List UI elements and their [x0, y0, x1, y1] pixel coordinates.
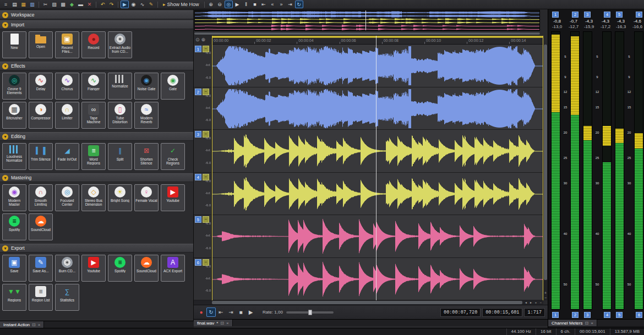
action-acx-export[interactable]: AACX Export: [161, 255, 185, 282]
vertical-scrollbar[interactable]: + −: [543, 45, 548, 300]
zoom-out-time-icon[interactable]: −: [538, 300, 543, 305]
undo-icon[interactable]: ↶: [99, 1, 107, 8]
tab-channel-meters[interactable]: Channel Meters ⊡ ×: [548, 320, 597, 326]
action-modern-reverb[interactable]: ≈Modern Reverb: [134, 102, 159, 129]
channel-minimize-button-5[interactable]: −: [203, 216, 209, 223]
collapse-chevron-icon[interactable]: ▾: [2, 134, 8, 140]
delete-icon[interactable]: ✕: [85, 1, 94, 8]
scroll-left-icon[interactable]: ◂: [523, 300, 528, 305]
action-gate[interactable]: ◉Gate: [161, 73, 185, 100]
action-bright-song[interactable]: ☀Bright Song: [108, 184, 132, 211]
channel-chip-bottom-3[interactable]: 3: [584, 312, 591, 318]
waveform-channel-3[interactable]: [212, 130, 543, 172]
action-normalize[interactable]: Normalize: [108, 73, 132, 100]
redo-icon[interactable]: ↷: [107, 1, 116, 8]
channel-minimize-button-4[interactable]: −: [203, 174, 209, 180]
action-ozone-9-elements[interactable]: ◎Ozone 9 Elements: [2, 73, 26, 100]
zoom-selection-icon[interactable]: ◎: [225, 1, 233, 8]
channel-minimize-button-2[interactable]: −: [203, 89, 209, 95]
pencil-tool-icon[interactable]: ✎: [147, 1, 155, 8]
section-header-editing[interactable]: ▾Editing: [0, 132, 193, 141]
loop-playback-icon[interactable]: ↻: [295, 1, 303, 8]
action-bitcrusher[interactable]: ▦Bitcrusher: [2, 102, 26, 129]
action-smooth-limiting[interactable]: ∩Smooth Limiting: [29, 184, 53, 211]
channel-select-chip-4[interactable]: 4: [604, 12, 610, 18]
paste-icon[interactable]: ▩: [59, 1, 67, 8]
channel-chip-bottom-1[interactable]: 1: [552, 312, 559, 318]
menu-icon[interactable]: ≡: [2, 1, 10, 8]
action-focused-center[interactable]: ◎Focused Center: [55, 184, 79, 211]
playback-rate-slider[interactable]: [286, 311, 334, 314]
rate-slider-handle[interactable]: [308, 310, 312, 315]
float-window-icon[interactable]: ⊡: [220, 321, 224, 326]
vertical-scrollbar-thumb[interactable]: [544, 45, 547, 280]
action-record[interactable]: ●Record: [81, 31, 106, 58]
action-delay[interactable]: ∿Delay: [29, 73, 53, 100]
waveform-channel-4[interactable]: [212, 173, 543, 215]
channel-chip-bottom-2[interactable]: 2: [572, 312, 578, 318]
collapse-chevron-icon[interactable]: ▾: [2, 245, 8, 251]
channel-number-badge-6[interactable]: 6: [195, 259, 201, 266]
action-fade-in-out[interactable]: ◢Fade In/Out: [55, 143, 79, 170]
action-save[interactable]: ▣Save: [2, 255, 26, 282]
edit-tool-icon[interactable]: ▶: [121, 1, 129, 8]
open-file-icon[interactable]: ▦: [19, 1, 28, 8]
channel-minimize-button-3[interactable]: −: [203, 131, 209, 138]
section-header-mastering[interactable]: ▾Mastering: [0, 173, 193, 182]
channel-number-badge-4[interactable]: 4: [195, 174, 201, 180]
collapse-chevron-icon[interactable]: ▾: [2, 175, 8, 181]
action-limiter[interactable]: ∩Limiter: [55, 102, 79, 129]
action-spotify[interactable]: ≡Spotify: [108, 255, 132, 282]
action-shorten-silence[interactable]: ⊠Shorten Silence: [134, 143, 159, 170]
section-header-export[interactable]: ▾Export: [0, 244, 193, 252]
channel-select-chip-1[interactable]: 1: [552, 12, 559, 18]
rewind-icon[interactable]: «: [269, 1, 277, 8]
forward-icon[interactable]: »: [277, 1, 286, 8]
action-flanger[interactable]: ∿Flanger: [81, 73, 106, 100]
action-trim-silence[interactable]: ▍▐Trim Silence: [29, 143, 53, 170]
loop-playback-icon[interactable]: ↻: [206, 307, 216, 317]
action-split[interactable]: ∥Split: [108, 143, 132, 170]
file-overview-strip[interactable]: [194, 10, 540, 31]
go-to-end-icon[interactable]: ⇥: [226, 307, 236, 317]
waveform-channel-1[interactable]: [212, 45, 543, 86]
stop-icon[interactable]: ■: [236, 307, 245, 317]
channel-chip-bottom-4[interactable]: 4: [604, 312, 610, 318]
horizontal-scrollbar-thumb[interactable]: [212, 301, 522, 304]
action-open[interactable]: Open: [29, 31, 53, 58]
stop-icon[interactable]: ■: [251, 1, 259, 8]
action-noise-gate[interactable]: ◉Noise Gate: [134, 73, 159, 100]
channel-chip-bottom-5[interactable]: 5: [616, 312, 623, 318]
zoom-in-time-icon[interactable]: +: [533, 300, 538, 305]
collapse-chevron-icon[interactable]: ▾: [2, 63, 8, 69]
show-me-how-button[interactable]: ▸Show Me How: [160, 1, 202, 8]
action-stereo-bus-dimension[interactable]: ◇Stereo Bus Dimension: [81, 184, 106, 211]
channel-select-chip-5[interactable]: 5: [616, 12, 623, 18]
action-extract-audio-from-cd[interactable]: Extract Audio from CD...: [108, 31, 132, 58]
channel-number-badge-1[interactable]: 1: [195, 46, 201, 52]
action-female-vocal[interactable]: ♀Female Vocal: [134, 184, 159, 211]
action-statistics[interactable]: ∑Statistics: [55, 284, 79, 311]
action-check-regions-names[interactable]: ✓Check Regions names: [161, 143, 185, 170]
action-soundcloud[interactable]: ☁SoundCloud: [29, 213, 53, 240]
zoom-out-vertical-icon[interactable]: −: [543, 295, 548, 300]
action-save-as[interactable]: ✎Save As...: [29, 255, 53, 282]
time-ruler[interactable]: 00:00:0000:00:0200:00:0400:00:0600:00:08…: [212, 38, 543, 45]
close-icon[interactable]: ×: [591, 321, 593, 326]
trim-icon[interactable]: ▬: [77, 1, 85, 8]
action-chorus[interactable]: ∿Chorus: [55, 73, 79, 100]
tab-final-wav[interactable]: final.wav * ⊡ ×: [194, 320, 233, 326]
action-loudness-normalize[interactable]: Loudness Normalize: [2, 143, 26, 170]
playhead-cursor[interactable]: [376, 36, 376, 300]
zoom-in-icon[interactable]: ⊕: [207, 1, 215, 8]
action-tape-machine[interactable]: ∞Tape Machine: [81, 102, 106, 129]
collapse-chevron-icon[interactable]: ▾: [2, 22, 8, 28]
envelope-tool-icon[interactable]: ∿: [138, 1, 146, 8]
zoom-out-icon[interactable]: ⊖: [216, 1, 224, 8]
channel-select-chip-3[interactable]: 3: [584, 12, 591, 18]
new-file-icon[interactable]: ▤: [10, 1, 19, 8]
action-youtube[interactable]: ▶Youtube: [81, 255, 106, 282]
go-to-end-icon[interactable]: ⇥: [286, 1, 294, 8]
close-icon[interactable]: ×: [38, 322, 41, 327]
waveform-channel-6[interactable]: [212, 259, 543, 300]
